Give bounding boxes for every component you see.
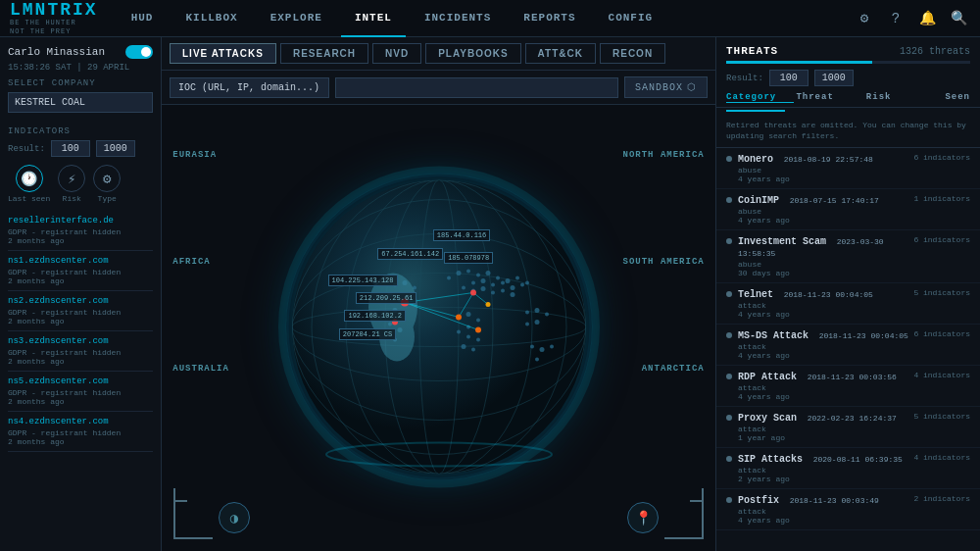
threat-ago: 30 days ago <box>738 269 909 277</box>
nav-right: ⚙ ? 🔔 🔍 <box>853 7 970 30</box>
globe-icon-right[interactable]: 📍 <box>627 502 659 533</box>
threat-info: Proxy Scan 2022-02-23 16:24:37 attack 1 … <box>738 412 909 442</box>
threat-name: MS-DS Attack <box>738 330 808 341</box>
globe-area: EURASIA NORTH AMERICA AFRICA SOUTH AMERI… <box>162 105 715 551</box>
threat-info: Investment Scam 2023-03-30 13:58:35 abus… <box>738 235 909 277</box>
corner-decoration-bl <box>173 500 213 539</box>
col-risk[interactable]: Risk <box>866 92 917 103</box>
list-item[interactable]: ns5.ezdnscenter.com GDPR - registrant hi… <box>8 372 153 412</box>
bell-icon[interactable]: 🔔 <box>915 7 939 30</box>
tab-attck[interactable]: ATT&CK <box>525 43 596 64</box>
nav-reports[interactable]: REPORTS <box>510 0 589 37</box>
threat-date: 2018-11-23 00:03:56 <box>808 373 897 381</box>
list-item[interactable]: ns3.ezdnscenter.com GDPR - registrant hi… <box>8 331 153 372</box>
table-row[interactable]: Investment Scam 2023-03-30 13:58:35 abus… <box>716 230 980 283</box>
globe-icon-left[interactable]: ◑ <box>219 502 250 533</box>
help-icon[interactable]: ? <box>884 7 907 30</box>
result-min-input[interactable] <box>51 140 90 157</box>
indicator-time: 2 months ago <box>8 437 153 446</box>
svg-point-14 <box>476 273 480 276</box>
table-row[interactable]: Telnet 2018-11-23 00:04:05 attack 4 year… <box>716 283 980 325</box>
sandbox-icon: ⬡ <box>687 81 697 93</box>
threat-dot <box>726 332 732 338</box>
tab-research[interactable]: RESEARCH <box>280 43 368 64</box>
settings-icon[interactable]: ⚙ <box>853 7 876 30</box>
threat-category: attack <box>738 507 909 516</box>
sandbox-button[interactable]: SANDBOX ⬡ <box>624 76 708 98</box>
company-label: SELECT COMPANY <box>8 78 153 88</box>
logo-sub2: NOT THE PREY <box>10 27 98 35</box>
threat-indicators: 6 indicators <box>913 153 970 183</box>
indicator-domain: resellerinterface.de <box>8 216 153 225</box>
sub-nav: LIVE ATTACKS RESEARCH NVD PLAYBOOKS ATT&… <box>162 37 715 71</box>
threat-ago: 4 years ago <box>738 216 909 225</box>
threats-result-row: Result: <box>716 70 980 92</box>
threat-dot <box>726 374 732 379</box>
col-category[interactable]: Category <box>726 92 794 103</box>
logo: LMNTRIX BE THE HUNTER NOT THE PREY <box>10 1 98 35</box>
ioc-search-input[interactable] <box>335 77 618 98</box>
result-max-input[interactable] <box>96 140 135 157</box>
threats-result-min[interactable] <box>769 70 808 86</box>
table-row[interactable]: Postfix 2018-11-23 00:03:49 attack 4 yea… <box>716 489 980 530</box>
nav-config[interactable]: CONFIG <box>595 0 667 37</box>
user-toggle[interactable] <box>125 45 153 59</box>
filter-risk[interactable]: ⚡ Risk <box>58 165 85 203</box>
risk-icon: ⚡ <box>58 165 85 192</box>
tab-recon[interactable]: RECON <box>600 43 665 64</box>
nav-killbox[interactable]: KILLBOX <box>172 0 251 37</box>
svg-point-60 <box>525 322 529 326</box>
threat-info: Postfix 2018-11-23 00:03:49 attack 4 yea… <box>738 494 909 525</box>
globe <box>277 165 601 491</box>
filter-type[interactable]: ⚙ Type <box>93 165 121 203</box>
threat-indicators: 4 indicators <box>913 453 970 483</box>
threat-category: attack <box>738 466 909 475</box>
nav-explore[interactable]: EXPLORE <box>257 0 336 37</box>
region-africa: AFRICA <box>172 257 210 267</box>
nav-hud[interactable]: HUD <box>118 0 168 37</box>
table-row[interactable]: MS-DS Attack 2018-11-23 00:04:05 attack … <box>716 325 980 366</box>
threat-category: attack <box>738 342 909 351</box>
tab-nvd[interactable]: NVD <box>372 43 421 64</box>
threats-result-max[interactable] <box>814 70 854 86</box>
filter-lastseen[interactable]: 🕐 Last seen <box>8 165 50 203</box>
clock-icon: 🕐 <box>16 165 43 192</box>
threat-dot <box>726 156 732 162</box>
list-item[interactable]: ns4.ezdnscenter.com GDPR - registrant hi… <box>8 412 153 452</box>
tab-live-attacks[interactable]: LIVE ATTACKS <box>170 43 276 64</box>
threat-ago: 4 years ago <box>738 516 909 525</box>
table-row[interactable]: CoinIMP 2018-07-15 17:40:17 abuse 4 year… <box>716 189 980 230</box>
table-row[interactable]: RDP Attack 2018-11-23 00:03:56 attack 4 … <box>716 366 980 407</box>
list-item[interactable]: ns2.ezdnscenter.com GDPR - registrant hi… <box>8 291 153 331</box>
threat-date: 2022-02-23 16:24:37 <box>808 414 897 423</box>
nav-intel[interactable]: INTEL <box>341 0 406 37</box>
svg-point-77 <box>485 302 490 307</box>
col-seen[interactable]: Seen <box>919 92 970 103</box>
company-select[interactable]: KESTREL COAL <box>8 92 153 113</box>
svg-point-20 <box>447 276 451 279</box>
indicator-sub: GDPR - registrant hidden <box>8 388 153 397</box>
indicator-domain: ns1.ezdnscenter.com <box>8 256 153 266</box>
col-threat[interactable]: Threat <box>796 92 863 103</box>
threat-date: 2018-11-23 00:04:05 <box>819 331 908 340</box>
list-item[interactable]: resellerinterface.de GDPR - registrant h… <box>8 211 153 251</box>
indicator-time: 2 months ago <box>8 276 153 285</box>
indicator-domain: ns2.ezdnscenter.com <box>8 296 153 306</box>
table-row[interactable]: SIP Attacks 2020-08-11 06:39:35 attack 2… <box>716 448 980 489</box>
nav-incidents[interactable]: INCIDENTS <box>411 0 505 37</box>
corner-decoration-br <box>664 500 704 539</box>
svg-point-75 <box>470 289 476 295</box>
threat-dot <box>726 291 732 297</box>
indicators-result-row: Result: <box>8 140 153 157</box>
filter-type-label: Type <box>98 194 117 203</box>
search-icon[interactable]: 🔍 <box>947 7 970 30</box>
list-item[interactable]: ns1.ezdnscenter.com GDPR - registrant hi… <box>8 251 153 291</box>
table-row[interactable]: Monero 2018-08-19 22:57:48 abuse 4 years… <box>716 148 980 189</box>
threat-indicators: 5 indicators <box>913 412 970 442</box>
ioc-type-select[interactable]: IOC (URL, IP, domain...) IP Address Doma… <box>170 77 329 98</box>
svg-point-42 <box>471 347 475 351</box>
threat-indicators: 1 indicators <box>913 194 970 225</box>
tab-playbooks[interactable]: PLAYBOOKS <box>425 43 520 64</box>
table-row[interactable]: Proxy Scan 2022-02-23 16:24:37 attack 1 … <box>716 407 980 448</box>
nav-items: HUD KILLBOX EXPLORE INTEL INCIDENTS REPO… <box>118 0 853 37</box>
